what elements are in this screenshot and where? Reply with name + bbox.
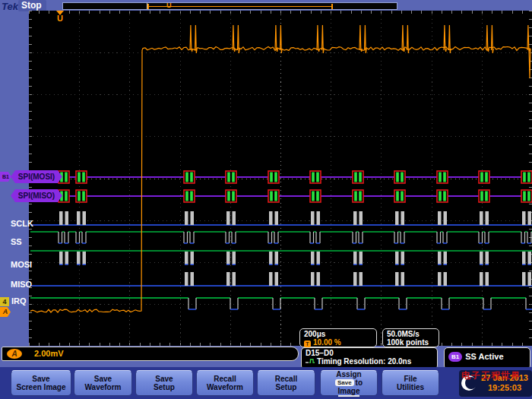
button-line: File bbox=[382, 375, 439, 383]
trigger-marker-icon: U bbox=[53, 14, 67, 23]
digital-label-irq: IRQ bbox=[11, 296, 27, 306]
watermark-text: 电子工程世界 bbox=[461, 369, 531, 382]
oscilloscope-screen: Tek Stop U U B1 SPI(MOSI) SPI(MISO) SCLK… bbox=[0, 0, 532, 399]
button-line: Recall bbox=[258, 375, 315, 383]
analog-channel-readout[interactable]: A 2.00mV bbox=[2, 347, 299, 361]
digital-group-badge: 4 bbox=[0, 297, 9, 306]
bus-label-spi-miso: SPI(MISO) bbox=[11, 189, 62, 202]
gridline-horizontal bbox=[29, 52, 532, 53]
save-setup-button[interactable]: Save Setup bbox=[135, 370, 193, 396]
file-utilities-button[interactable]: File Utilities bbox=[382, 370, 439, 396]
acquisition-record-bar: U bbox=[62, 2, 397, 10]
assign-save-to-image-button[interactable]: Assign Saveto Image bbox=[320, 370, 378, 396]
digital-channel-range: D15–D0 bbox=[306, 349, 433, 357]
button-line: Save bbox=[74, 375, 131, 383]
button-line: Image bbox=[321, 387, 377, 397]
analog-position-badge: A bbox=[0, 307, 11, 317]
bus-status-box[interactable]: B1SS Active bbox=[444, 347, 530, 369]
save-waveform-button[interactable]: Save Waveform bbox=[74, 370, 132, 396]
recall-waveform-button[interactable]: Recall Waveform bbox=[196, 370, 254, 396]
record-readout-box[interactable]: 50.0MS/s 100k points bbox=[382, 328, 439, 347]
digital-label-ss: SS bbox=[11, 237, 22, 246]
button-line: Waveform bbox=[197, 383, 253, 391]
button-line: Save bbox=[11, 375, 71, 383]
gridline-horizontal bbox=[29, 304, 532, 305]
gridline-horizontal bbox=[29, 220, 532, 221]
graticule bbox=[29, 11, 532, 346]
record-window-line bbox=[148, 6, 333, 8]
save-screen-image-button[interactable]: Save Screen Image bbox=[11, 370, 71, 396]
button-line: Save bbox=[136, 375, 192, 383]
record-length: 100k points bbox=[387, 338, 435, 347]
analog-a-badge: A bbox=[7, 349, 22, 359]
window-bracket-left bbox=[147, 4, 149, 9]
gridline-horizontal bbox=[29, 94, 532, 95]
bus-b1-badge: B1 bbox=[448, 352, 462, 362]
bus-label-spi-mosi: SPI(MOSI) bbox=[11, 170, 62, 183]
bus-b1-position-badge: B1 bbox=[0, 172, 11, 182]
button-line: Utilities bbox=[382, 383, 439, 391]
button-line: Waveform bbox=[74, 383, 131, 391]
horizontal-scale: 200μs bbox=[304, 330, 372, 338]
acquisition-status: Stop bbox=[18, 0, 46, 11]
analog-scale: 2.00mV bbox=[34, 349, 64, 358]
trigger-marker-bar-icon: U bbox=[166, 2, 172, 9]
digital-channels-readout-box[interactable]: D15–D0 Timing Resolution: 20.0ns bbox=[301, 347, 438, 369]
trigger-position-marker: U bbox=[53, 11, 67, 23]
button-line: Recall bbox=[197, 375, 253, 383]
recall-setup-button[interactable]: Recall Setup bbox=[257, 370, 315, 396]
digital-label-miso: MISO bbox=[11, 280, 32, 289]
button-line: Assign bbox=[321, 370, 377, 378]
trigger-t-icon: T bbox=[304, 340, 311, 347]
gridline-horizontal bbox=[29, 262, 532, 263]
save-chip: Save bbox=[335, 379, 354, 386]
timing-resolution-icon bbox=[306, 358, 315, 364]
horizontal-readout-box[interactable]: 200μs T10.00 % bbox=[299, 328, 377, 347]
gridline-horizontal bbox=[29, 179, 532, 179]
digital-label-mosi: MOSI bbox=[11, 260, 32, 269]
button-line: Screen Image bbox=[11, 383, 71, 391]
window-bracket-right bbox=[331, 4, 333, 9]
timing-resolution: Timing Resolution: 20.0ns bbox=[317, 357, 411, 366]
button-line: Setup bbox=[136, 383, 192, 391]
sample-rate: 50.0MS/s bbox=[387, 330, 435, 338]
digital-label-sclk: SCLK bbox=[11, 219, 33, 228]
button-line: Saveto bbox=[321, 378, 377, 387]
bus-status-text: SS Active bbox=[465, 352, 503, 361]
trigger-position-percent: 10.00 % bbox=[313, 338, 341, 347]
gridline-horizontal bbox=[29, 136, 532, 137]
button-line: Setup bbox=[258, 383, 315, 391]
time-display: 19:25:03 bbox=[479, 383, 530, 393]
tek-logo: Tek bbox=[2, 1, 18, 12]
